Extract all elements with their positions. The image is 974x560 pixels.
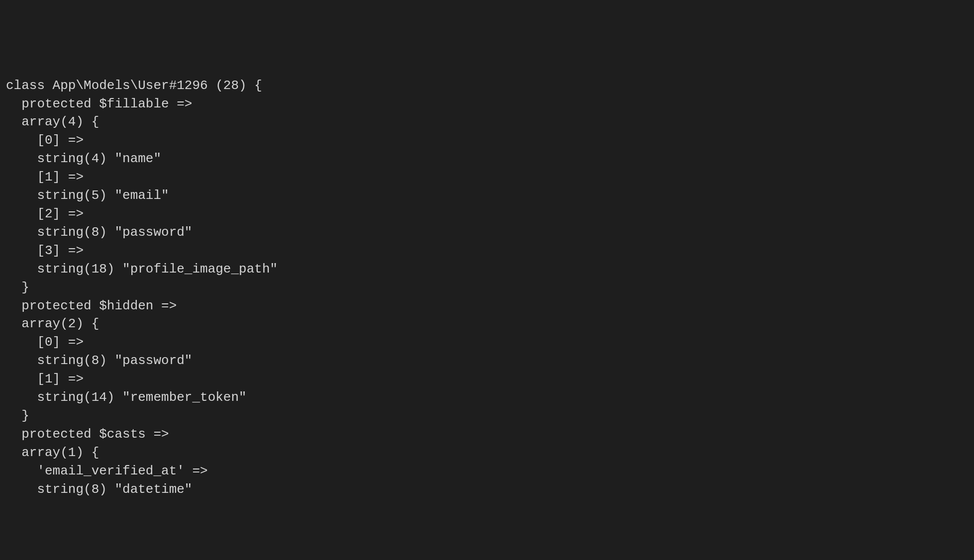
- code-line: [1] =>: [6, 370, 968, 388]
- code-line: array(1) {: [6, 444, 968, 462]
- code-line: class App\Models\User#1296 (28) {: [6, 77, 968, 95]
- code-line: }: [6, 279, 968, 297]
- code-line: [3] =>: [6, 242, 968, 260]
- code-line: protected $casts =>: [6, 425, 968, 444]
- code-line: array(4) {: [6, 113, 968, 131]
- code-line: protected $fillable =>: [6, 95, 968, 113]
- code-line: [0] =>: [6, 333, 968, 352]
- code-line: protected $hidden =>: [6, 297, 968, 315]
- code-line: string(14) "remember_token": [6, 388, 968, 407]
- code-line: string(5) "email": [6, 187, 968, 205]
- code-line: [0] =>: [6, 131, 968, 150]
- code-line: string(8) "password": [6, 223, 968, 242]
- code-output: class App\Models\User#1296 (28) { protec…: [6, 77, 968, 499]
- code-line: [1] =>: [6, 168, 968, 187]
- code-line: 'email_verified_at' =>: [6, 462, 968, 480]
- code-line: string(8) "datetime": [6, 480, 968, 499]
- code-line: string(4) "name": [6, 150, 968, 168]
- code-line: string(8) "password": [6, 352, 968, 370]
- code-line: }: [6, 407, 968, 425]
- code-line: array(2) {: [6, 315, 968, 333]
- code-line: [2] =>: [6, 205, 968, 223]
- code-line: string(18) "profile_image_path": [6, 260, 968, 279]
